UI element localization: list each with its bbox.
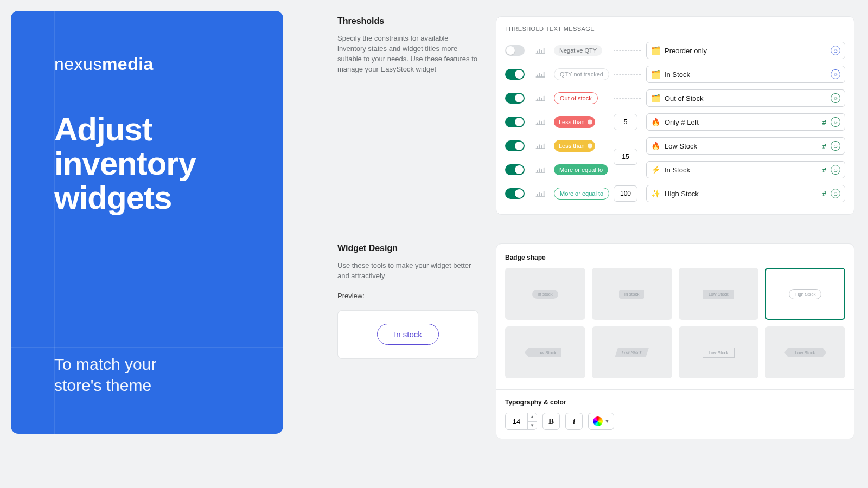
threshold-value-input[interactable] [614, 149, 637, 165]
font-size-input[interactable]: ▲ ▼ [505, 413, 537, 430]
badge-shape-option[interactable]: Low Stock [765, 326, 845, 378]
bars-icon [532, 70, 548, 78]
threshold-emoji-icon: 🔥 [651, 118, 660, 126]
threshold-chip: More or equal to [554, 164, 608, 175]
badge-shape-option[interactable]: Low Stock [679, 326, 759, 378]
emoji-picker-icon[interactable]: ☺ [831, 189, 840, 198]
preview-box: In stock [337, 310, 478, 359]
emoji-picker-icon[interactable]: ☺ [831, 46, 840, 55]
badge-shape-option[interactable]: Low Stock [592, 326, 672, 378]
badge-shape-sample: Low Stock [615, 348, 648, 357]
threshold-message-input[interactable]: 🔥Only # Left#☺ [646, 113, 845, 131]
bars-icon [532, 94, 548, 102]
hash-icon[interactable]: # [822, 166, 826, 174]
emoji-picker-icon[interactable]: ☺ [831, 141, 840, 151]
threshold-chip: Negative QTY [554, 45, 602, 56]
badge-shape-sample: Low Stock [703, 290, 734, 299]
threshold-message-input[interactable]: 🗂️Out of Stock☺ [646, 89, 845, 107]
emoji-picker-icon[interactable]: ☺ [831, 69, 840, 79]
hash-icon[interactable]: # [822, 190, 826, 198]
design-heading: Widget Design [337, 243, 478, 253]
threshold-row: More or equal to✨High Stock#☺ [505, 182, 845, 206]
threshold-message-input[interactable]: ⚡In Stock#☺ [646, 161, 845, 178]
threshold-chip: QTY not tracked [554, 68, 609, 80]
badge-shape-option[interactable]: High Stock [765, 268, 845, 320]
threshold-message-input[interactable]: ✨High Stock#☺ [646, 185, 845, 202]
threshold-connector [614, 49, 641, 52]
threshold-emoji-icon: ✨ [651, 189, 660, 198]
color-picker-button[interactable]: ▼ [588, 413, 614, 430]
threshold-message-input[interactable]: 🔥Low Stock#☺ [646, 137, 845, 155]
bars-icon [532, 47, 548, 54]
badge-shape-sample: High Stock [789, 289, 822, 299]
badge-shape-option[interactable]: In stock [592, 268, 672, 320]
threshold-message-text: Out of Stock [665, 94, 826, 102]
threshold-message-input[interactable]: 🗂️Preorder only☺ [646, 42, 845, 59]
bars-icon [532, 118, 548, 126]
emoji-picker-icon[interactable]: ☺ [831, 117, 840, 127]
thresholds-panel-title: THRESHOLD TEXT MESSAGE [505, 25, 845, 32]
hash-icon[interactable]: # [822, 118, 826, 126]
threshold-toggle[interactable] [505, 117, 525, 127]
badge-shape-sample: In stock [619, 290, 645, 299]
threshold-value-input[interactable] [614, 185, 637, 202]
promo-subtitle: To match your store's theme [54, 354, 240, 401]
font-size-value[interactable] [506, 413, 527, 429]
threshold-value-input[interactable] [614, 114, 637, 130]
threshold-emoji-icon: 🗂️ [651, 46, 660, 55]
threshold-chip: Less than [554, 116, 595, 128]
preview-badge: In stock [377, 324, 439, 345]
threshold-connector [614, 169, 641, 171]
badge-shape-title: Badge shape [505, 254, 845, 261]
promo-panel: nexusmedia Adjust inventory widgets To m… [11, 11, 283, 434]
promo-title: Adjust inventory widgets [54, 112, 240, 215]
threshold-chip: More or equal to [554, 188, 609, 200]
threshold-toggle[interactable] [505, 188, 525, 199]
badge-shape-sample: Low Stock [703, 348, 735, 358]
threshold-toggle[interactable] [505, 164, 525, 175]
threshold-message-text: In Stock [665, 166, 818, 174]
thresholds-description: Specify the constraints for available in… [337, 34, 478, 74]
design-panel: Badge shape In stockIn stockLow StockHig… [496, 243, 854, 439]
typography-title: Typography & color [505, 399, 845, 406]
threshold-message-input[interactable]: 🗂️In Stock☺ [646, 66, 845, 83]
chevron-down-icon: ▼ [605, 419, 610, 424]
bold-button[interactable]: B [542, 413, 560, 430]
threshold-chip: Out of stock [554, 92, 598, 104]
bars-icon [532, 190, 548, 197]
color-wheel-icon [593, 416, 603, 426]
threshold-emoji-icon: ⚡ [651, 165, 660, 174]
threshold-emoji-icon: 🗂️ [651, 94, 660, 102]
threshold-row: Out of stock🗂️Out of Stock☺ [505, 86, 845, 110]
preview-label: Preview: [337, 291, 478, 301]
threshold-message-text: Low Stock [665, 142, 818, 150]
emoji-picker-icon[interactable]: ☺ [831, 93, 840, 103]
threshold-chip: Less than [554, 140, 595, 152]
threshold-emoji-icon: 🔥 [651, 142, 660, 150]
threshold-row: Negative QTY🗂️Preorder only☺ [505, 38, 845, 62]
badge-shape-sample: Low Stock [788, 348, 823, 357]
threshold-toggle[interactable] [505, 45, 525, 56]
font-size-down[interactable]: ▼ [528, 421, 537, 429]
badge-shape-option[interactable]: Low Stock [679, 268, 759, 320]
threshold-message-text: High Stock [665, 190, 818, 198]
emoji-picker-icon[interactable]: ☺ [831, 165, 840, 175]
font-size-up[interactable]: ▲ [528, 413, 537, 421]
bars-icon [532, 166, 548, 174]
italic-button[interactable]: i [565, 413, 583, 430]
thresholds-heading: Thresholds [337, 16, 478, 26]
badge-shape-option[interactable]: In stock [505, 268, 585, 320]
threshold-toggle[interactable] [505, 93, 525, 104]
hash-icon[interactable]: # [822, 142, 826, 150]
badge-shape-option[interactable]: Low Stock [505, 326, 585, 378]
threshold-row: More or equal to⚡In Stock#☺ [505, 158, 845, 182]
threshold-connector [614, 73, 641, 76]
badge-shape-sample: Low Stock [528, 348, 561, 357]
threshold-toggle[interactable] [505, 140, 525, 151]
threshold-row: QTY not tracked🗂️In Stock☺ [505, 62, 845, 86]
threshold-toggle[interactable] [505, 69, 525, 80]
threshold-connector [614, 97, 641, 100]
threshold-row: Less than🔥Only # Left#☺ [505, 110, 845, 134]
brand-logo: nexusmedia [54, 54, 240, 74]
bars-icon [532, 142, 548, 150]
